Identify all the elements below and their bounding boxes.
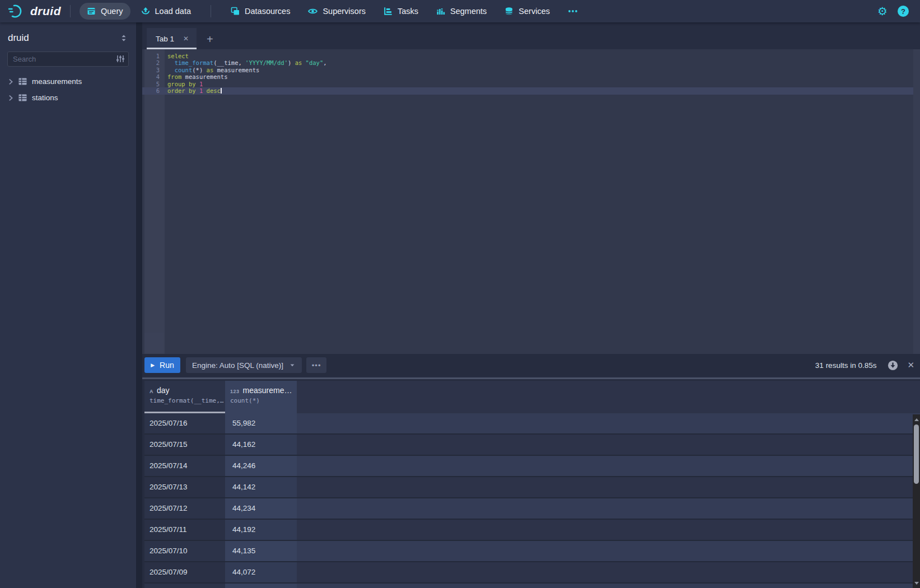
cell-measurements[interactable]: 55,982 (225, 413, 297, 433)
nav-divider (70, 5, 71, 17)
cell-day[interactable]: 2025/07/15 (144, 435, 225, 455)
schema-sidebar: druid measurements (0, 22, 136, 588)
cell-day[interactable]: 2025/07/09 (144, 562, 225, 582)
scrollbar-thumb[interactable] (914, 424, 919, 484)
tab-tab1[interactable]: Tab 1 ✕ (147, 28, 197, 49)
code-line[interactable]: 1select (142, 53, 913, 59)
row-filler (297, 584, 920, 588)
druid-logo[interactable]: druid (8, 3, 61, 19)
row-filler (297, 435, 920, 455)
code-line[interactable]: 4from measurements (142, 73, 913, 80)
code-text[interactable]: order by 1 desc (165, 87, 913, 94)
editor-lines[interactable]: 1select2 time_format(__time, 'YYYY/MM/dd… (142, 53, 913, 95)
row-filler (297, 477, 920, 497)
line-number: 1 (142, 53, 165, 59)
nav-item-load-data[interactable]: Load data (134, 3, 199, 20)
cell-measurements[interactable]: 44,234 (225, 498, 297, 519)
nav-item-more[interactable] (561, 3, 585, 20)
code-line[interactable]: 5group by 1 (142, 81, 913, 87)
code-text[interactable]: select (165, 53, 913, 59)
cell-measurements[interactable]: 44,162 (225, 435, 297, 455)
double-caret-sort-icon[interactable] (119, 34, 128, 43)
column-name: day (157, 386, 170, 395)
table-row: 2025/07/0944,072 (144, 562, 920, 584)
result-status: 31 results in 0.85s (815, 361, 877, 370)
help-icon[interactable]: ? (898, 6, 909, 17)
engine-select[interactable]: Engine: Auto [SQL (native)] (186, 357, 302, 373)
add-tab-button[interactable]: + (207, 34, 213, 45)
table-icon (18, 77, 27, 86)
column-header-day[interactable]: A day time_format(__time,… (144, 381, 225, 413)
code-text[interactable]: count(*) as measurements (165, 67, 913, 73)
number-type-icon: 123 (230, 389, 240, 394)
sql-editor[interactable]: 1select2 time_format(__time, 'YYYY/MM/dd… (142, 49, 920, 354)
row-filler (297, 562, 920, 582)
more-dots-icon (568, 7, 578, 16)
nav-item-label: Supervisors (323, 7, 366, 16)
nav-item-segments[interactable]: Segments (429, 3, 494, 20)
cell-day[interactable]: 2025/07/14 (144, 456, 225, 476)
cell-day[interactable]: 2025/07/16 (144, 413, 225, 433)
query-more-button[interactable]: ••• (306, 357, 326, 373)
tab-close-icon[interactable]: ✕ (183, 35, 189, 43)
scroll-down-arrow[interactable] (913, 579, 920, 587)
scroll-up-arrow[interactable] (913, 416, 920, 423)
code-text[interactable]: group by 1 (165, 81, 913, 87)
chevron-right-icon[interactable] (7, 78, 15, 86)
database-icon (505, 7, 513, 16)
table-name: measurements (32, 77, 82, 86)
cell-measurements[interactable]: 44,072 (225, 562, 297, 582)
nav-item-label: Load data (155, 7, 192, 16)
run-button[interactable]: ▶ Run (144, 357, 180, 373)
column-header-measurements[interactable]: 123 measureme… count(*) (225, 381, 297, 413)
code-text[interactable]: from measurements (165, 73, 913, 80)
code-line[interactable]: 6order by 1 desc (142, 87, 913, 94)
editor-scrollbar[interactable] (913, 49, 920, 354)
filter-sliders-icon[interactable] (116, 54, 125, 63)
cell-measurements[interactable]: 44,135 (225, 541, 297, 561)
nav-item-label: Datasources (245, 7, 290, 16)
table-row: 2025/07/1544,162 (144, 435, 920, 456)
code-line[interactable]: 2 time_format(__time, 'YYYY/MM/dd') as "… (142, 59, 913, 66)
main-pane: Tab 1 ✕ + 1select2 time_format(__time, '… (142, 22, 920, 588)
row-filler (297, 541, 920, 561)
row-filler (297, 498, 920, 519)
cell-day[interactable]: 2025/07/10 (144, 541, 225, 561)
sidebar-item-stations[interactable]: stations (0, 90, 136, 106)
cell-measurements[interactable]: 44,192 (225, 520, 297, 540)
nav-item-query[interactable]: Query (80, 3, 130, 20)
nav-item-supervisors[interactable]: Supervisors (301, 3, 373, 20)
play-icon: ▶ (151, 363, 155, 368)
download-icon[interactable] (888, 360, 898, 371)
more-dots: ••• (312, 361, 321, 370)
cell-day[interactable]: 2025/07/13 (144, 477, 225, 497)
cell-measurements[interactable]: 44,246 (225, 456, 297, 476)
engine-label: Engine: Auto [SQL (native)] (192, 361, 283, 370)
table-row: 2025/07/1344,142 (144, 477, 920, 498)
row-filler (297, 520, 920, 540)
results-scrollbar[interactable] (913, 414, 920, 588)
nav-item-services[interactable]: Services (497, 3, 557, 20)
nav-item-tasks[interactable]: Tasks (376, 3, 426, 20)
search-input[interactable] (7, 52, 129, 67)
settings-gear-icon[interactable]: ⚙ (877, 6, 888, 17)
string-type-icon: A (150, 389, 153, 394)
line-number: 2 (142, 59, 165, 66)
bar-chart-icon (436, 7, 445, 16)
pane-resize-divider[interactable] (142, 377, 920, 379)
table-name: stations (32, 94, 58, 102)
nav-item-datasources[interactable]: Datasources (223, 3, 297, 20)
results-rows: 2025/07/1655,9822025/07/1544,1622025/07/… (144, 413, 920, 588)
code-line[interactable]: 3 count(*) as measurements (142, 67, 913, 73)
editor-scroll-corner (144, 333, 164, 353)
close-results-icon[interactable]: ✕ (907, 360, 914, 370)
line-number: 4 (142, 73, 165, 80)
cell-day[interactable]: 2025/07/11 (144, 520, 225, 540)
chevron-right-icon[interactable] (7, 94, 15, 102)
text-cursor (221, 88, 222, 94)
cell-measurements[interactable]: 44,142 (225, 477, 297, 497)
sidebar-item-measurements[interactable]: measurements (0, 73, 136, 90)
code-text[interactable]: time_format(__time, 'YYYY/MM/dd') as "da… (165, 59, 913, 66)
cell-day[interactable]: 2025/07/12 (144, 498, 225, 519)
brand-text: druid (30, 4, 61, 18)
